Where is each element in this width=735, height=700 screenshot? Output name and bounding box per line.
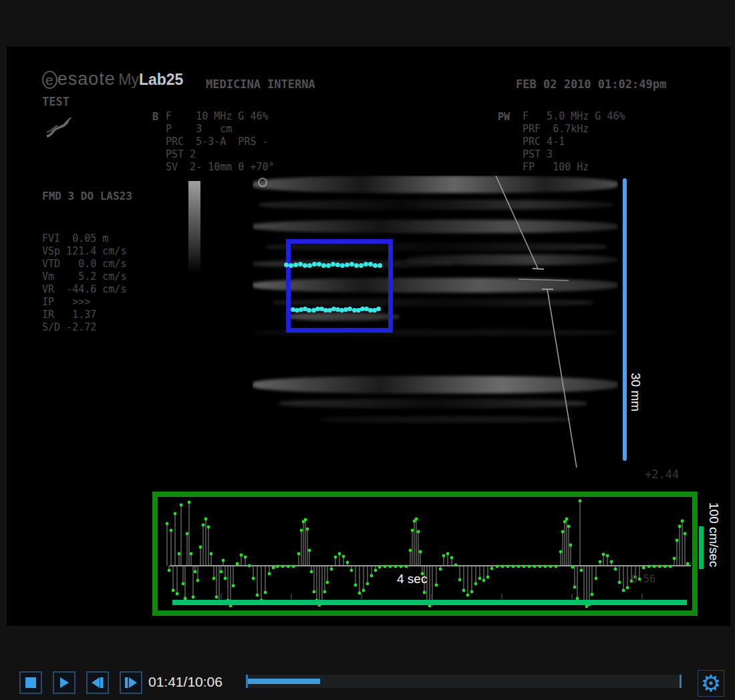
wall-dot: [284, 262, 289, 267]
logo-esaote-text: eesaote: [42, 69, 116, 89]
patient-name-label: TEST: [42, 95, 69, 108]
datetime-label: FEB 02 2010 01:02:49pm: [516, 77, 666, 91]
pw-param-line: F 5.0 MHz G 46%: [523, 110, 625, 123]
velocity-min-value: -0.56: [625, 573, 655, 585]
pw-param-line: PRF 6.7kHz: [523, 123, 625, 136]
wall-dot: [298, 262, 303, 267]
pw-mode-params: F 5.0 MHz G 46% PRF 6.7kHz PRC 4-1 PST 3…: [523, 110, 625, 174]
measurement-line: VTD 0.0 cm/s: [42, 258, 126, 271]
progress-fill: [246, 679, 320, 684]
esaote-logo: eesaote MyLab25: [42, 69, 183, 90]
b-param-line: F 10 MHz G 46%: [166, 110, 275, 123]
wall-dot: [345, 262, 349, 267]
measurement-line: VSp 121.4 cm/s: [42, 245, 126, 258]
wall-dot: [349, 262, 354, 267]
wall-dot: [363, 262, 368, 267]
gear-icon: ⚙: [701, 672, 721, 695]
wall-dot: [293, 262, 298, 267]
wall-tracking-dots: [253, 176, 618, 468]
measurement-line: S/D -2.72: [42, 321, 126, 334]
velocity-max-value: +2.44: [645, 468, 679, 481]
probe-icon: [44, 115, 72, 140]
pw-mode-label: PW: [498, 111, 510, 123]
b-mode-image: [253, 176, 618, 468]
time-display: 01:41/10:06: [148, 674, 223, 690]
pw-param-line: FP 100 Hz: [523, 161, 625, 174]
grayscale-bar: [188, 181, 200, 273]
wall-dot: [335, 262, 340, 267]
velocity-scale-bar: [699, 526, 704, 569]
depth-scale-label: 30 mm: [628, 373, 643, 411]
wall-dot: [303, 263, 307, 268]
wall-dot: [331, 262, 335, 267]
logo-lab-text: Lab25: [139, 71, 183, 88]
stop-button[interactable]: [19, 671, 42, 694]
wall-dot: [359, 263, 363, 268]
exam-type-label: MEDICINA INTERNA: [206, 77, 315, 91]
step-back-icon: [91, 677, 104, 689]
wall-dot: [307, 263, 312, 268]
settings-button[interactable]: ⚙: [698, 670, 724, 697]
wall-dot: [340, 263, 345, 268]
measurement-line: FVI 0.05 m: [42, 232, 126, 245]
progress-bar[interactable]: [246, 675, 682, 688]
b-param-line: SV 2- 10mm θ +70°: [166, 161, 275, 174]
b-mode-params: F 10 MHz G 46% P 3 cm PRC 5-3-A PRS - PS…: [166, 110, 275, 174]
wall-dot: [376, 307, 381, 311]
wall-dot: [312, 262, 317, 267]
b-mode-label: B: [152, 111, 158, 123]
player-window: eesaote MyLab25 MEDICINA INTERNA FEB 02 …: [0, 0, 735, 700]
pw-param-line: PST 3: [523, 148, 625, 161]
measurement-line: IR 1.37: [42, 309, 126, 321]
pw-param-line: PRC 4-1: [523, 136, 625, 148]
step-forward-icon: [124, 677, 138, 689]
ultrasound-video-frame[interactable]: eesaote MyLab25 MEDICINA INTERNA FEB 02 …: [7, 47, 730, 626]
wall-dot: [373, 263, 378, 268]
play-icon: [58, 677, 70, 689]
logo-my-text: My: [118, 71, 139, 88]
wall-dot: [321, 263, 326, 268]
play-button[interactable]: [53, 671, 76, 694]
spectral-doppler-box: 4 sec -0.56: [152, 492, 698, 616]
stop-icon: [25, 677, 37, 689]
step-forward-button[interactable]: [120, 671, 142, 694]
wall-dot: [289, 263, 293, 268]
measurement-line: VR -44.6 cm/s: [42, 283, 126, 296]
depth-scale-bar: [623, 178, 627, 461]
wall-dot: [326, 263, 331, 268]
progress-end-tick: [680, 675, 682, 688]
wall-dot: [354, 263, 359, 268]
b-param-line: PST 2: [166, 148, 275, 161]
velocity-scale-label: 100 cm/sec: [706, 502, 721, 567]
step-back-button[interactable]: [86, 671, 109, 694]
measure-title: FMD 3 DO LAS23: [42, 190, 132, 202]
b-param-line: PRC 5-3-A PRS -: [166, 136, 275, 148]
measurement-line: Vm 5.2 cm/s: [42, 271, 126, 283]
wall-dot: [378, 263, 382, 268]
b-param-line: P 3 cm: [166, 123, 275, 136]
progress-start-tick: [246, 675, 248, 688]
measurement-line: IP >>>: [42, 296, 126, 309]
doppler-waveform: [158, 497, 692, 610]
wall-dot: [317, 262, 321, 267]
measurement-list: FVI 0.05 m VSp 121.4 cm/s VTD 0.0 cm/s V…: [42, 232, 126, 334]
time-scale-label: 4 sec: [397, 572, 427, 586]
wall-dot: [368, 262, 373, 267]
